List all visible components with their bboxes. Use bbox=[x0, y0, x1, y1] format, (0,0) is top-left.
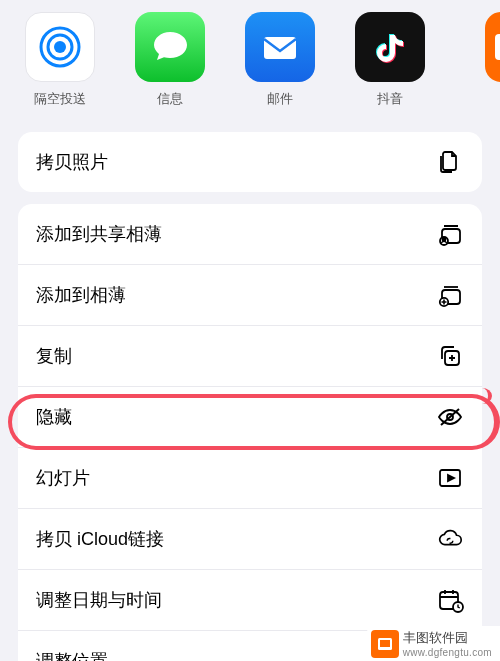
calendar-clock-icon bbox=[436, 586, 464, 614]
share-target-mail[interactable]: 邮件 bbox=[244, 12, 316, 108]
action-copy-photo[interactable]: 拷贝照片 bbox=[18, 132, 482, 192]
share-target-airdrop[interactable]: 隔空投送 bbox=[24, 12, 96, 108]
action-label: 调整日期与时间 bbox=[36, 588, 162, 612]
share-target-douyin[interactable]: 抖音 bbox=[354, 12, 426, 108]
svg-point-0 bbox=[54, 41, 66, 53]
action-duplicate[interactable]: 复制 bbox=[18, 325, 482, 386]
share-target-row: 隔空投送 信息 邮件 抖音 bbox=[0, 0, 500, 108]
watermark: 丰图软件园 www.dgfengtu.com bbox=[367, 626, 500, 661]
action-add-album[interactable]: 添加到相薄 bbox=[18, 264, 482, 325]
actions-list: 拷贝照片 添加到共享相薄 添加到相薄 bbox=[0, 132, 500, 661]
share-target-partial[interactable] bbox=[464, 12, 500, 108]
share-target-messages[interactable]: 信息 bbox=[134, 12, 206, 108]
shared-album-icon bbox=[436, 220, 464, 248]
action-label: 调整位置 bbox=[36, 649, 108, 661]
action-slideshow[interactable]: 幻灯片 bbox=[18, 447, 482, 508]
action-label: 添加到共享相薄 bbox=[36, 222, 162, 246]
app-label: 抖音 bbox=[377, 90, 403, 108]
duplicate-icon bbox=[436, 342, 464, 370]
douyin-icon bbox=[355, 12, 425, 82]
mail-icon bbox=[245, 12, 315, 82]
partial-app-icon bbox=[485, 12, 500, 82]
svg-rect-3 bbox=[264, 37, 296, 59]
action-label: 复制 bbox=[36, 344, 72, 368]
watermark-logo-icon bbox=[371, 630, 399, 658]
app-label: 邮件 bbox=[267, 90, 293, 108]
action-adjust-datetime[interactable]: 调整日期与时间 bbox=[18, 569, 482, 630]
app-label: 隔空投送 bbox=[34, 90, 86, 108]
svg-rect-16 bbox=[380, 640, 390, 647]
add-album-icon bbox=[436, 281, 464, 309]
action-hide[interactable]: 隐藏 bbox=[18, 386, 482, 447]
svg-rect-4 bbox=[495, 34, 500, 60]
play-rect-icon bbox=[436, 464, 464, 492]
messages-icon bbox=[135, 12, 205, 82]
action-label: 拷贝 iCloud链接 bbox=[36, 527, 164, 551]
action-add-shared-album[interactable]: 添加到共享相薄 bbox=[18, 204, 482, 264]
action-icloud-link[interactable]: 拷贝 iCloud链接 bbox=[18, 508, 482, 569]
watermark-url: www.dgfengtu.com bbox=[403, 647, 492, 660]
action-label: 拷贝照片 bbox=[36, 150, 108, 174]
action-label: 添加到相薄 bbox=[36, 283, 126, 307]
cloud-link-icon bbox=[436, 525, 464, 553]
documents-icon bbox=[436, 148, 464, 176]
action-label: 幻灯片 bbox=[36, 466, 90, 490]
watermark-title: 丰图软件园 bbox=[403, 630, 492, 646]
svg-point-7 bbox=[443, 238, 446, 241]
airdrop-icon bbox=[25, 12, 95, 82]
app-label: 信息 bbox=[157, 90, 183, 108]
eye-slash-icon bbox=[436, 403, 464, 431]
action-label: 隐藏 bbox=[36, 405, 72, 429]
